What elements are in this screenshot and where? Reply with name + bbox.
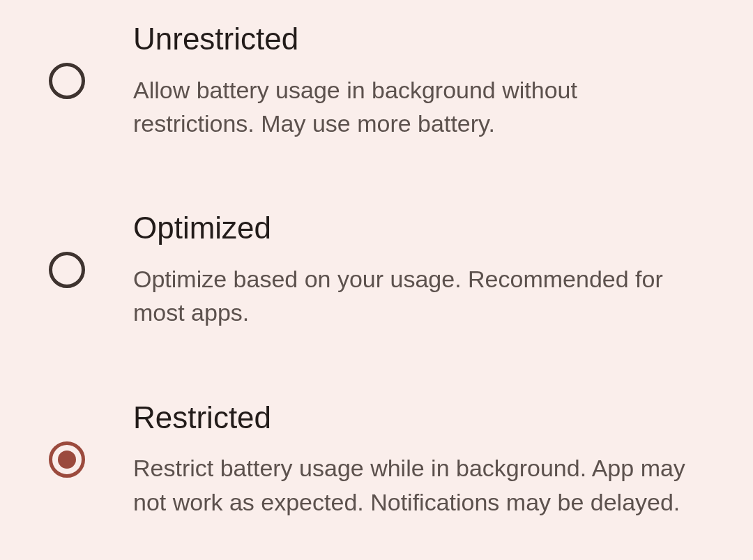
radio-inner <box>58 451 76 469</box>
option-desc-unrestricted: Allow battery usage in background withou… <box>133 73 704 141</box>
radio-unrestricted[interactable] <box>49 63 85 99</box>
text-wrap-optimized: Optimized Optimize based on your usage. … <box>88 210 704 329</box>
option-title-restricted: Restricted <box>133 400 704 437</box>
option-desc-optimized: Optimize based on your usage. Recommende… <box>133 262 704 330</box>
option-title-unrestricted: Unrestricted <box>133 21 704 58</box>
option-restricted[interactable]: Restricted Restrict battery usage while … <box>49 400 704 519</box>
radio-wrap-optimized <box>49 210 88 288</box>
text-wrap-unrestricted: Unrestricted Allow battery usage in back… <box>88 21 704 140</box>
radio-wrap-unrestricted <box>49 21 88 99</box>
text-wrap-restricted: Restricted Restrict battery usage while … <box>88 400 704 519</box>
radio-optimized[interactable] <box>49 252 85 288</box>
radio-restricted[interactable] <box>49 441 85 478</box>
radio-wrap-restricted <box>49 400 88 478</box>
option-optimized[interactable]: Optimized Optimize based on your usage. … <box>49 210 704 329</box>
option-unrestricted[interactable]: Unrestricted Allow battery usage in back… <box>49 21 704 140</box>
option-desc-restricted: Restrict battery usage while in backgrou… <box>133 451 704 519</box>
option-title-optimized: Optimized <box>133 210 704 247</box>
